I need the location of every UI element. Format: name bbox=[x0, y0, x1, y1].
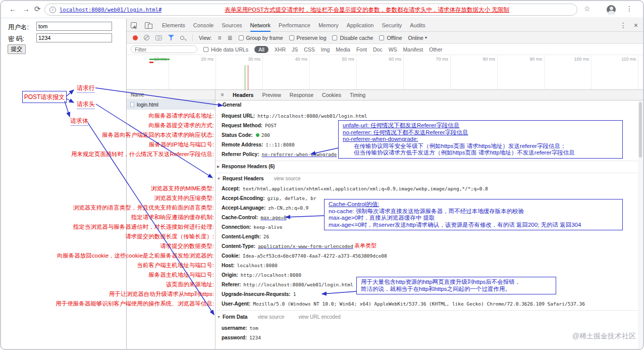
timeline-tick: 100 ms bbox=[559, 57, 589, 62]
timeline-tick: 80 ms bbox=[465, 57, 495, 62]
tab-console[interactable]: Console bbox=[193, 19, 213, 32]
checkbox-icon[interactable] bbox=[239, 35, 244, 40]
header-row: Connection:keep-alive bbox=[222, 222, 283, 232]
filter-type-ws[interactable]: WS bbox=[389, 46, 397, 53]
filter-type-font[interactable]: Font bbox=[356, 46, 367, 53]
triangle-open-icon[interactable]: ▼ bbox=[217, 177, 221, 180]
detail-tab-response[interactable]: Response bbox=[290, 92, 313, 98]
browser-menu-icon[interactable]: ⋮ bbox=[626, 5, 633, 13]
view-detail-icon[interactable]: ≣ bbox=[228, 34, 233, 41]
filter-type-doc[interactable]: Doc bbox=[373, 46, 383, 53]
filter-type-other[interactable]: Other bbox=[429, 46, 442, 53]
submit-button[interactable]: 提交 bbox=[8, 44, 26, 54]
back-icon[interactable]: ← bbox=[9, 5, 17, 13]
devtools-close-icon[interactable]: × bbox=[634, 21, 638, 29]
header-row: Accept-Encoding:gzip, deflate, br bbox=[222, 193, 316, 203]
filter-type-media[interactable]: Media bbox=[336, 46, 350, 53]
timeline-tick: 70 ms bbox=[418, 57, 448, 62]
param-value: 1234 bbox=[249, 335, 261, 340]
header-row: Content-Type:application/x-www-form-urle… bbox=[222, 241, 353, 251]
view-source-link[interactable]: view source bbox=[257, 314, 284, 320]
checkbox-icon[interactable] bbox=[289, 35, 294, 40]
timeline-tick: 40 ms bbox=[277, 57, 307, 62]
section-title: General bbox=[223, 102, 241, 108]
devtools-menu-icon[interactable]: ⋮ bbox=[620, 21, 627, 29]
request-list-name-header[interactable]: Name bbox=[127, 90, 215, 100]
inspect-element-icon[interactable] bbox=[131, 22, 137, 28]
header-row-status: Status Code:200 bbox=[222, 130, 270, 140]
header-value: 200 bbox=[261, 132, 270, 138]
triangle-closed-icon[interactable]: ▶ bbox=[217, 165, 220, 168]
filter-icon[interactable] bbox=[168, 35, 174, 40]
tab-elements[interactable]: Elements bbox=[162, 19, 185, 32]
info-icon[interactable]: i bbox=[49, 7, 56, 13]
triangle-open-icon[interactable]: ▼ bbox=[217, 103, 221, 107]
tab-security[interactable]: Security bbox=[382, 19, 402, 32]
offline-checkbox[interactable]: Offline bbox=[379, 35, 402, 41]
callout-line: no-referrer-when-downgrade: bbox=[343, 136, 618, 143]
annotation: 请求提交的数据长度（传输长度）: bbox=[125, 233, 214, 240]
record-icon[interactable] bbox=[133, 35, 138, 40]
group-by-frame-checkbox[interactable]: Group by frame bbox=[239, 35, 283, 41]
tab-application[interactable]: Application bbox=[347, 19, 374, 32]
checkbox-icon[interactable] bbox=[332, 35, 337, 40]
view-list-icon[interactable]: ≡ bbox=[218, 34, 222, 41]
annotation: 当前客户端主机地址与端口号: bbox=[137, 262, 214, 269]
filter-input[interactable] bbox=[131, 45, 197, 53]
offline-label: Offline bbox=[387, 35, 402, 41]
search-icon[interactable] bbox=[180, 36, 184, 40]
detail-tab-timing[interactable]: Timing bbox=[350, 92, 365, 98]
filter-type-xhr[interactable]: XHR bbox=[275, 46, 286, 53]
header-value: http://localhost:8080 bbox=[241, 272, 301, 278]
disable-cache-checkbox[interactable]: Disable cache bbox=[332, 35, 373, 41]
filter-type-css[interactable]: CSS bbox=[304, 46, 315, 53]
detail-tabbar: × Headers Preview Response Cookies Timin… bbox=[216, 90, 643, 101]
header-name: User-Agent: bbox=[222, 301, 250, 307]
detail-tab-cookies[interactable]: Cookies bbox=[322, 92, 341, 98]
capture-screenshots-icon[interactable] bbox=[155, 35, 162, 40]
close-icon[interactable]: × bbox=[221, 91, 224, 98]
scrollbar-thumb[interactable] bbox=[639, 102, 642, 158]
device-toolbar-icon[interactable] bbox=[145, 22, 152, 28]
preserve-log-checkbox[interactable]: Preserve log bbox=[289, 35, 327, 41]
tab-sources[interactable]: Sources bbox=[222, 19, 242, 32]
detail-tab-headers[interactable]: Headers bbox=[233, 92, 253, 98]
triangle-open-icon[interactable]: ▼ bbox=[217, 315, 221, 319]
reload-icon[interactable]: ⟳ bbox=[34, 5, 41, 14]
header-name: Cache-Control: bbox=[222, 215, 258, 220]
header-name: Cookie: bbox=[222, 253, 240, 259]
tab-memory[interactable]: Memory bbox=[318, 19, 339, 32]
filter-type-img[interactable]: Img bbox=[321, 46, 330, 53]
tab-network[interactable]: Network bbox=[250, 19, 271, 32]
filter-type-all[interactable]: All bbox=[254, 46, 269, 53]
header-row: Cookie:Idea-a5cf53cd=6bc07740-4aa7-4272-… bbox=[222, 251, 387, 261]
view-source-link[interactable]: view source bbox=[274, 176, 301, 181]
timeline-tick: 50 ms bbox=[324, 57, 354, 62]
profile-avatar[interactable] bbox=[607, 5, 616, 14]
network-filter-bar: Hide data URLs All XHR JS CSS Img Media … bbox=[127, 44, 643, 55]
annotation: 服务器主机地址与端口号: bbox=[148, 271, 214, 279]
status-ok-icon bbox=[256, 133, 259, 137]
view-url-encoded-link[interactable]: view URL encoded bbox=[298, 314, 341, 320]
chevron-down-icon: ▾ bbox=[425, 35, 427, 40]
filter-type-js[interactable]: JS bbox=[292, 46, 298, 53]
forward-icon[interactable]: → bbox=[22, 5, 30, 13]
hide-data-urls-label: Hide data URLs bbox=[211, 46, 248, 53]
url-bar[interactable]: i localhost:8080/web01/login.html# 表单采用P… bbox=[44, 4, 577, 16]
annotation: 用于使服务器能够识别客户端使用的操作系统、浏览器等信息: bbox=[56, 300, 214, 308]
filter-type-manifest[interactable]: Manifest bbox=[403, 46, 423, 53]
checkbox-icon[interactable] bbox=[379, 35, 384, 40]
hide-data-urls-checkbox[interactable]: Hide data URLs bbox=[203, 46, 248, 53]
password-input[interactable] bbox=[36, 33, 112, 42]
request-row-login[interactable]: login.html bbox=[127, 100, 215, 110]
bookmark-star-icon[interactable]: ☆ bbox=[584, 5, 591, 13]
detail-tab-preview[interactable]: Preview bbox=[262, 92, 281, 98]
tab-performance[interactable]: Performance bbox=[279, 19, 310, 32]
checkbox-icon[interactable] bbox=[203, 47, 208, 52]
clear-icon[interactable] bbox=[144, 35, 149, 40]
password-label: 密 码: bbox=[8, 35, 24, 43]
tab-audits[interactable]: Audits bbox=[410, 19, 425, 32]
url-text[interactable]: localhost:8080/web01/login.html# bbox=[60, 7, 162, 13]
throttling-dropdown[interactable]: Online ▾ bbox=[408, 35, 427, 41]
username-input[interactable] bbox=[36, 22, 112, 31]
